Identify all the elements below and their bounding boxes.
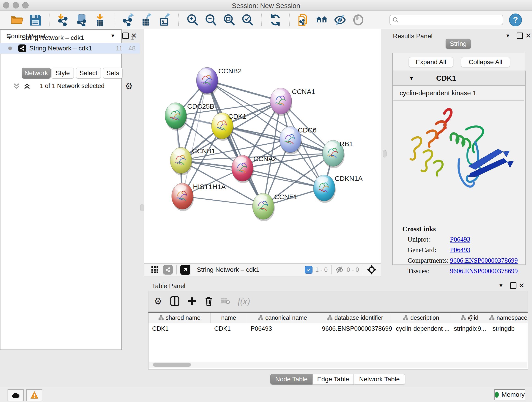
entry-header[interactable]: ▼ CDK1 bbox=[393, 71, 525, 86]
zoom-fit-button[interactable] bbox=[222, 13, 236, 27]
import-table-button[interactable] bbox=[93, 13, 107, 27]
right-splitter-handle[interactable] bbox=[383, 150, 386, 157]
crosslink-value[interactable]: 9606.ENSP00000378699 bbox=[450, 267, 518, 275]
network-edge[interactable] bbox=[182, 196, 263, 206]
warning-status-button[interactable] bbox=[26, 389, 42, 401]
tab-network-table[interactable]: Network Table bbox=[354, 374, 405, 385]
home-view-button[interactable] bbox=[315, 13, 328, 27]
cell-id[interactable]: stringdb:9... bbox=[450, 323, 489, 334]
expand-all-button[interactable]: Expand All bbox=[409, 57, 453, 67]
delete-table-icon bbox=[221, 298, 230, 305]
cell-database-identifier[interactable]: 9606.ENSP00000378699 bbox=[318, 323, 392, 334]
zoom-in-button[interactable] bbox=[186, 13, 199, 27]
network-node-CCNB1[interactable] bbox=[170, 147, 192, 175]
export-network-icon bbox=[121, 13, 134, 26]
network-node-CCNA2[interactable] bbox=[232, 155, 254, 183]
network-node-CDKN1A[interactable] bbox=[313, 175, 336, 203]
network-collection-row[interactable]: ▼ String Network – cdk1 1 bbox=[0, 32, 140, 43]
open-session-button[interactable] bbox=[10, 13, 24, 27]
network-edge[interactable] bbox=[182, 80, 207, 196]
table-hscrollbar-thumb[interactable] bbox=[153, 363, 191, 367]
crosslink-value[interactable]: 9606.ENSP00000378699 bbox=[450, 257, 518, 264]
column-header[interactable]: description bbox=[392, 313, 450, 323]
crosslink-value[interactable]: P06493 bbox=[450, 236, 470, 243]
grid-view-button[interactable] bbox=[151, 266, 159, 274]
tab-node-table[interactable]: Node Table bbox=[270, 374, 312, 385]
network-options-gear-icon[interactable]: ⚙ bbox=[125, 81, 133, 91]
grid-icon bbox=[151, 266, 159, 274]
collection-count: 1 bbox=[131, 34, 134, 41]
show-columns-button[interactable] bbox=[170, 296, 180, 306]
network-node-HIST1H1A[interactable] bbox=[172, 183, 194, 211]
results-panel-float-icon[interactable] bbox=[517, 32, 523, 39]
table-row[interactable]: CDK1 CDK1 P06493 9606.ENSP00000378699 cy… bbox=[148, 323, 528, 334]
tab-edge-table[interactable]: Edge Table bbox=[312, 374, 354, 385]
export-network-button[interactable] bbox=[121, 13, 134, 27]
show-eye-button[interactable] bbox=[352, 13, 365, 27]
zoom-selected-button[interactable] bbox=[241, 13, 254, 27]
cell-name[interactable]: CDK1 bbox=[210, 323, 247, 334]
cell-description[interactable]: cyclin-dependent ... bbox=[392, 323, 450, 334]
cell-canonical-name[interactable]: P06493 bbox=[247, 323, 318, 334]
hide-selected-button[interactable] bbox=[333, 13, 347, 27]
entry-description: cyclin-dependent kinase 1 bbox=[399, 89, 476, 97]
cell-shared-name[interactable]: CDK1 bbox=[148, 323, 210, 334]
table-hscrollbar[interactable] bbox=[149, 362, 527, 368]
tab-style[interactable]: Style bbox=[51, 68, 74, 79]
memory-button[interactable]: Memory bbox=[494, 389, 525, 400]
clone-network-button[interactable] bbox=[297, 13, 310, 27]
zoom-out-button[interactable] bbox=[204, 13, 217, 27]
network-node-CCNA1[interactable] bbox=[270, 88, 292, 116]
tab-network[interactable]: Network bbox=[22, 68, 51, 79]
results-tab-string[interactable]: String bbox=[446, 39, 471, 49]
node-label: CCNB1 bbox=[192, 147, 215, 155]
network-node-CDC25B[interactable] bbox=[165, 103, 187, 131]
selected-checkbox[interactable] bbox=[305, 266, 312, 274]
results-panel: Results Panel ▾ ✕ String Expand All Coll… bbox=[388, 29, 532, 276]
collapse-all-button[interactable]: Collapse All bbox=[461, 57, 510, 67]
column-header[interactable]: shared name bbox=[148, 313, 210, 323]
toolbar-separator bbox=[289, 13, 290, 26]
toolbar-search[interactable] bbox=[389, 15, 503, 25]
column-header[interactable]: name bbox=[210, 313, 247, 323]
collapse-all-networks-button[interactable] bbox=[12, 82, 21, 90]
results-panel-close-icon[interactable]: ✕ bbox=[525, 32, 531, 40]
table-panel-float-icon[interactable] bbox=[510, 282, 516, 289]
network-row[interactable]: String Network – cdk1 11 48 bbox=[0, 43, 140, 54]
results-panel-menu-arrow[interactable]: ▾ bbox=[506, 32, 509, 39]
network-canvas[interactable]: CCNB2CCNA1CDC25BCDK1CDC6RB1CCNB1CCNA2CDK… bbox=[144, 29, 381, 263]
refresh-button[interactable] bbox=[269, 13, 282, 27]
table-panel-menu-arrow[interactable]: ▾ bbox=[500, 282, 502, 289]
network-graph[interactable]: CCNB2CCNA1CDC25BCDK1CDC6RB1CCNB1CCNA2CDK… bbox=[144, 29, 381, 263]
column-header[interactable]: namespace bbox=[489, 313, 528, 323]
cloud-status-button[interactable] bbox=[7, 389, 24, 401]
export-image-button[interactable] bbox=[158, 13, 171, 27]
column-header[interactable]: database identifier bbox=[318, 313, 392, 323]
network-node-CCNE1[interactable] bbox=[253, 193, 275, 221]
export-table-button[interactable] bbox=[139, 13, 153, 27]
expand-all-networks-button[interactable] bbox=[23, 82, 31, 90]
table-panel-close-icon[interactable]: ✕ bbox=[519, 281, 525, 289]
import-network-button[interactable] bbox=[57, 13, 70, 27]
hidden-eye-slash-icon[interactable] bbox=[335, 265, 344, 274]
entry-expand-arrow[interactable]: ▼ bbox=[409, 75, 414, 81]
network-share-badge[interactable] bbox=[163, 265, 173, 274]
table-gear-icon[interactable]: ⚙ bbox=[154, 296, 162, 306]
collection-expand-arrow[interactable]: ▼ bbox=[7, 35, 12, 41]
birds-eye-crosshair-icon[interactable] bbox=[367, 265, 377, 275]
detach-view-button[interactable] bbox=[180, 265, 190, 275]
network-node-CCNB2[interactable] bbox=[196, 67, 219, 95]
crosslink-value[interactable]: P06493 bbox=[450, 246, 470, 254]
help-button[interactable]: ? bbox=[509, 13, 522, 26]
add-column-button[interactable] bbox=[187, 297, 196, 306]
column-header[interactable]: canonical name bbox=[247, 313, 318, 323]
search-input[interactable] bbox=[399, 16, 496, 24]
tab-sets[interactable]: Sets bbox=[103, 68, 123, 79]
save-session-button[interactable] bbox=[29, 13, 42, 27]
column-header[interactable]: @id bbox=[450, 313, 489, 323]
cell-namespace[interactable]: stringdb bbox=[489, 323, 528, 334]
import-database-button[interactable] bbox=[75, 13, 88, 27]
delete-column-button[interactable] bbox=[204, 296, 213, 306]
left-splitter-handle[interactable] bbox=[140, 204, 144, 211]
tab-select[interactable]: Select bbox=[76, 68, 101, 79]
